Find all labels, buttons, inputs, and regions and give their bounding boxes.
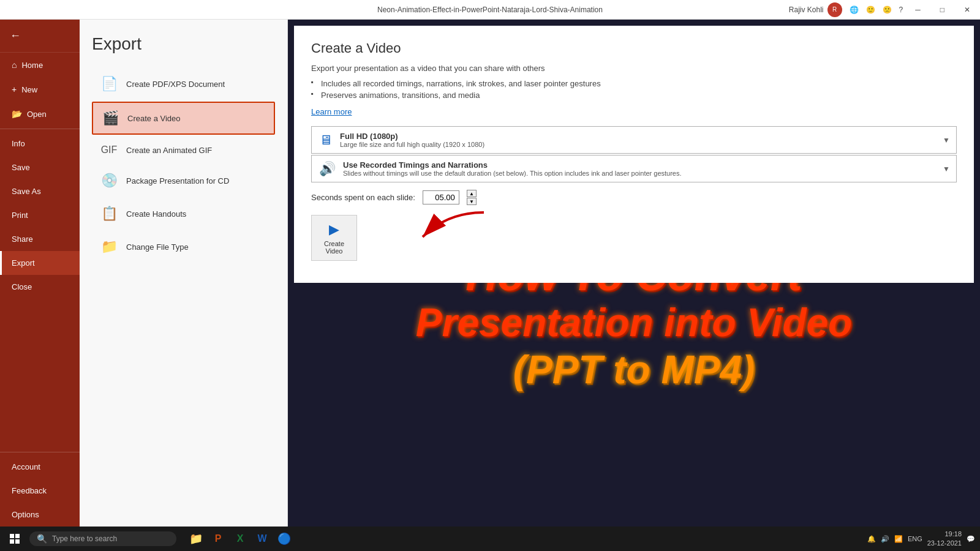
gif-icon: GIF [100, 144, 118, 156]
quality-dropdown[interactable]: 🖥 Full HD (1080p) Large file size and fu… [311, 126, 957, 154]
notifications-button[interactable]: 💬 [967, 535, 975, 543]
bullet-2: Preserves animations, transitions, and m… [311, 89, 957, 101]
sidebar-item-share[interactable]: Share [0, 227, 80, 251]
export-item-label: Create PDF/XPS Document [126, 80, 225, 89]
export-item-label: Create a Video [127, 114, 181, 123]
sidebar-item-print[interactable]: Print [0, 203, 80, 227]
export-item-pdf[interactable]: 📄 Create PDF/XPS Document [92, 69, 275, 99]
sidebar-item-info[interactable]: Info [0, 132, 80, 156]
home-icon: ⌂ [12, 60, 17, 70]
sidebar-item-label: Save As [12, 187, 41, 196]
export-item-gif[interactable]: GIF Create an Animated GIF [92, 137, 275, 163]
sidebar-item-open[interactable]: 📂 Open [0, 102, 80, 126]
back-button[interactable]: ← [0, 20, 80, 53]
handouts-icon: 📋 [100, 206, 118, 222]
create-video-button[interactable]: ▶ CreateVideo [311, 215, 357, 261]
export-item-handouts[interactable]: 📋 Create Handouts [92, 198, 275, 229]
learn-more-link[interactable]: Learn more [311, 107, 352, 116]
sidebar-item-label: New [21, 85, 37, 94]
sidebar-item-label: Home [21, 61, 43, 70]
taskbar-search-input[interactable] [52, 534, 169, 543]
titlebar: Neon-Animation-Effect-in-PowerPoint-Nata… [0, 0, 980, 20]
timing-main: Use Recorded Timings and Narrations [343, 160, 949, 170]
sidebar-item-close[interactable]: Close [0, 275, 80, 299]
word-icon: W [257, 533, 266, 544]
seconds-input[interactable] [423, 190, 459, 204]
seconds-up-button[interactable]: ▲ [467, 190, 477, 197]
volume-icon[interactable]: 🔊 [881, 535, 889, 543]
pdf-icon: 📄 [100, 76, 118, 92]
notification-icon[interactable]: 🔔 [867, 535, 876, 543]
powerpoint-icon: P [215, 533, 222, 544]
detail-title: Create a Video [311, 40, 957, 56]
emoji-icon[interactable]: 🙂 [866, 6, 875, 14]
help-icon[interactable]: ? [899, 6, 903, 14]
export-item-label: Change File Type [126, 242, 189, 252]
taskbar-search-box[interactable]: 🔍 [29, 531, 176, 546]
sidebar-item-export[interactable]: Export [0, 251, 80, 275]
globe-icon[interactable]: 🌐 [850, 6, 859, 14]
maximize-button[interactable]: □ [935, 3, 949, 17]
detail-bullets: Includes all recorded timings, narration… [311, 78, 957, 101]
sidebar-item-account[interactable]: Account [0, 455, 80, 479]
sidebar-item-saveas[interactable]: Save As [0, 179, 80, 203]
sidebar-item-options[interactable]: Options [0, 503, 80, 527]
windows-icon [10, 534, 20, 544]
quality-main: Full HD (1080p) [340, 132, 949, 141]
bullet-1: Includes all recorded timings, narration… [311, 78, 957, 89]
sidebar-item-label: Share [12, 234, 33, 244]
username: Rajiv Kohli [789, 6, 824, 14]
network-icon[interactable]: 📶 [894, 535, 903, 543]
window-title: Neon-Animation-Effect-in-PowerPoint-Nata… [377, 6, 603, 14]
search-icon: 🔍 [37, 534, 47, 544]
avatar: R [827, 2, 842, 17]
sidebar-item-new[interactable]: + New [0, 77, 80, 102]
export-menu: Export 📄 Create PDF/XPS Document 🎬 Creat… [80, 20, 288, 527]
titlebar-right: Rajiv Kohli R 🌐 🙂 🙁 ? ─ □ ✕ [789, 2, 975, 17]
create-video-btn-icon: ▶ [329, 222, 339, 238]
detail-description: Export your presentation as a video that… [311, 64, 957, 73]
sidebar-item-feedback[interactable]: Feedback [0, 479, 80, 503]
sidebar-item-label: Close [12, 282, 32, 291]
start-button[interactable] [5, 529, 24, 549]
taskbar-clock: 19:18 23-12-2021 [927, 530, 962, 549]
taskbar-date-display: 23-12-2021 [927, 539, 962, 548]
taskbar-app-powerpoint[interactable]: P [208, 529, 228, 549]
quality-sub: Large file size and full high quality (1… [340, 141, 949, 148]
export-item-video[interactable]: 🎬 Create a Video [92, 102, 275, 135]
seconds-label: Seconds spent on each slide: [311, 193, 415, 202]
sidebar-item-home[interactable]: ⌂ Home [0, 53, 80, 77]
export-item-filetype[interactable]: 📁 Change File Type [92, 231, 275, 262]
dropdown-arrow-icon: ▼ [943, 136, 950, 144]
cd-icon: 💿 [100, 173, 118, 189]
export-title: Export [92, 34, 275, 54]
open-icon: 📂 [12, 109, 22, 119]
sidebar-item-label: Export [12, 258, 35, 268]
sidebar-divider [0, 129, 80, 129]
taskbar-app-explorer[interactable]: 📁 [186, 529, 206, 549]
presentation-text-2: Presentation into Video [416, 299, 852, 347]
create-video-btn-label: CreateVideo [324, 240, 344, 255]
taskbar-app-chrome[interactable]: 🔵 [274, 529, 294, 549]
dropdown-arrow-icon-2: ▼ [943, 165, 950, 173]
timing-dropdown[interactable]: 🔊 Use Recorded Timings and Narrations Sl… [311, 155, 957, 182]
explorer-icon: 📁 [189, 532, 203, 545]
taskbar-app-word[interactable]: W [252, 529, 272, 549]
sad-icon[interactable]: 🙁 [883, 6, 892, 14]
export-item-label: Create an Animated GIF [126, 146, 212, 155]
minimize-button[interactable]: ─ [910, 3, 925, 17]
taskbar-apps: 📁 P X W 🔵 [186, 529, 294, 549]
new-icon: + [12, 84, 17, 94]
sidebar-item-save[interactable]: Save [0, 156, 80, 179]
sidebar-item-label: Feedback [12, 486, 47, 495]
export-item-cd[interactable]: 💿 Package Presentation for CD [92, 165, 275, 196]
taskbar-app-excel[interactable]: X [230, 529, 250, 549]
seconds-down-button[interactable]: ▼ [467, 198, 477, 205]
sidebar-item-label: Options [12, 510, 39, 519]
close-button[interactable]: ✕ [959, 3, 975, 17]
sidebar-item-label: Info [12, 139, 25, 148]
timing-icon: 🔊 [319, 161, 336, 177]
lang-label: ENG [908, 535, 922, 542]
filetype-icon: 📁 [100, 239, 118, 255]
timing-sub: Slides without timings will use the defa… [343, 170, 949, 177]
